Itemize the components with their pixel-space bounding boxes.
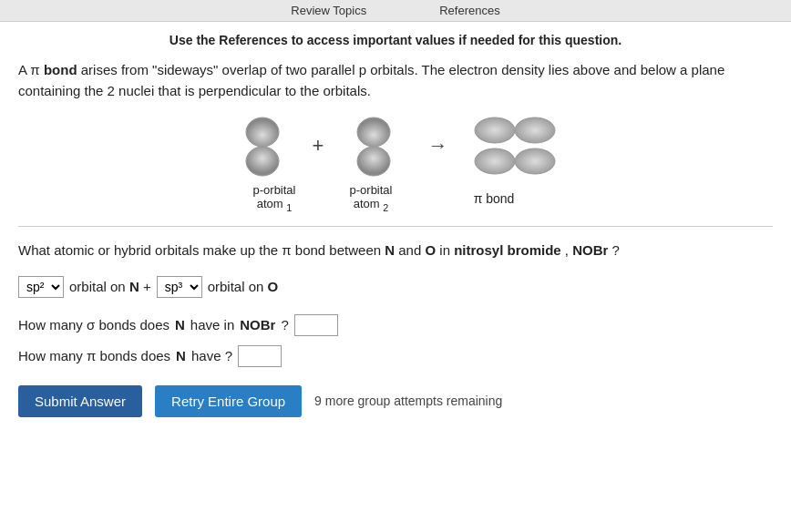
references-link[interactable]: References: [439, 4, 499, 17]
n-orbital-label: orbital on N +: [69, 279, 151, 294]
n-atom-label: N: [385, 242, 395, 258]
svg-point-3: [357, 147, 390, 176]
pi-symbol-intro: π: [30, 62, 44, 77]
orbital-select-row: sp sp² sp³ p s orbital on N + sp sp² sp³…: [18, 276, 773, 298]
label-pi-bond: π bond: [448, 190, 539, 206]
compound-formula: NOBr: [572, 242, 608, 258]
submit-answer-button[interactable]: Submit Answer: [18, 385, 142, 417]
sigma-n-atom: N: [175, 317, 185, 332]
intro-text-before: A: [18, 62, 26, 77]
plus-sign: +: [313, 134, 324, 158]
attempts-remaining-text: 9 more group attempts remaining: [314, 394, 502, 408]
main-content: Use the References to access important v…: [0, 22, 791, 435]
intro-paragraph: A π bond arises from "sideways" overlap …: [18, 60, 773, 101]
compound-name: nitrosyl bromide: [454, 242, 561, 258]
label-p-orbital-2: p-orbital atom 2: [339, 183, 403, 213]
sigma-question-row: How many σ bonds does N have in NOBr ?: [18, 314, 773, 336]
pi-question-row: How many π bonds does N have ?: [18, 345, 773, 367]
p-orbital-2: [342, 114, 406, 178]
svg-point-5: [515, 118, 555, 143]
retry-entire-group-button[interactable]: Retry Entire Group: [155, 385, 302, 417]
bond-bold: bond: [44, 62, 77, 77]
n-orbital-select[interactable]: sp sp² sp³ p s: [18, 276, 64, 298]
button-row: Submit Answer Retry Entire Group 9 more …: [18, 385, 773, 417]
reference-bar: Use the References to access important v…: [18, 33, 773, 47]
pi-symbol-q: π: [282, 242, 295, 258]
o-atom-label: O: [425, 242, 436, 258]
sigma-compound: NOBr: [240, 317, 275, 332]
svg-point-7: [515, 148, 555, 174]
o-orbital-select[interactable]: sp sp² sp³ p s: [157, 276, 202, 298]
svg-point-2: [357, 118, 390, 147]
sigma-bonds-input[interactable]: [294, 314, 338, 336]
orbital-shapes-row: +: [231, 114, 561, 178]
svg-point-4: [475, 118, 515, 143]
orbital-diagram: +: [18, 114, 773, 213]
svg-point-0: [246, 118, 279, 147]
top-nav: Review Topics References: [0, 0, 791, 22]
divider: [18, 226, 773, 227]
arrow-sign: →: [427, 134, 447, 158]
label-p-orbital-1: p-orbital atom 1: [242, 183, 306, 213]
question-text: What atomic or hybrid orbitals make up t…: [18, 240, 773, 261]
svg-point-6: [475, 148, 515, 174]
intro-text-after: arises from "sideways" overlap of two pa…: [18, 62, 724, 98]
pi-n-atom: N: [176, 348, 186, 363]
bond-questions: How many σ bonds does N have in NOBr ? H…: [18, 314, 773, 367]
pi-bond-shape: [469, 114, 560, 178]
svg-point-1: [246, 147, 279, 176]
o-orbital-label: orbital on O: [208, 279, 279, 294]
pi-bonds-input[interactable]: [238, 345, 282, 367]
p-orbital-1: [231, 114, 294, 178]
review-topics-link[interactable]: Review Topics: [291, 4, 366, 17]
